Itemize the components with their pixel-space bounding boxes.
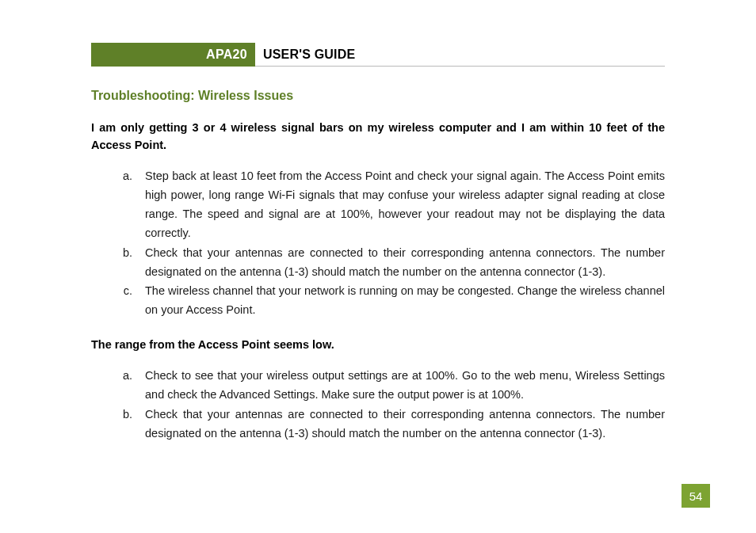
document-header: APA20 USER'S GUIDE bbox=[91, 43, 665, 67]
step-item: Check that your antennas are connected t… bbox=[136, 405, 665, 444]
issue-steps-list: Step back at least 10 feet from the Acce… bbox=[91, 167, 665, 320]
header-badge: APA20 bbox=[91, 43, 255, 67]
page-container: APA20 USER'S GUIDE Troubleshooting: Wire… bbox=[0, 0, 756, 533]
issue-problem: The range from the Access Point seems lo… bbox=[91, 336, 665, 353]
header-title-block: USER'S GUIDE bbox=[255, 43, 665, 67]
step-item: Check that your antennas are connected t… bbox=[136, 244, 665, 282]
issue-problem: I am only getting 3 or 4 wireless signal… bbox=[91, 119, 665, 154]
step-item: The wireless channel that your network i… bbox=[136, 282, 665, 320]
issue-steps-list: Check to see that your wireless output s… bbox=[91, 367, 665, 444]
step-item: Step back at least 10 feet from the Acce… bbox=[136, 167, 665, 243]
step-item: Check to see that your wireless output s… bbox=[136, 367, 665, 405]
page-number-text: 54 bbox=[689, 489, 703, 503]
header-title-text: USER'S GUIDE bbox=[263, 48, 355, 62]
section-title: Troubleshooting: Wireless Issues bbox=[91, 89, 665, 103]
header-badge-text: APA20 bbox=[206, 48, 247, 62]
page-number-badge: 54 bbox=[682, 484, 710, 508]
